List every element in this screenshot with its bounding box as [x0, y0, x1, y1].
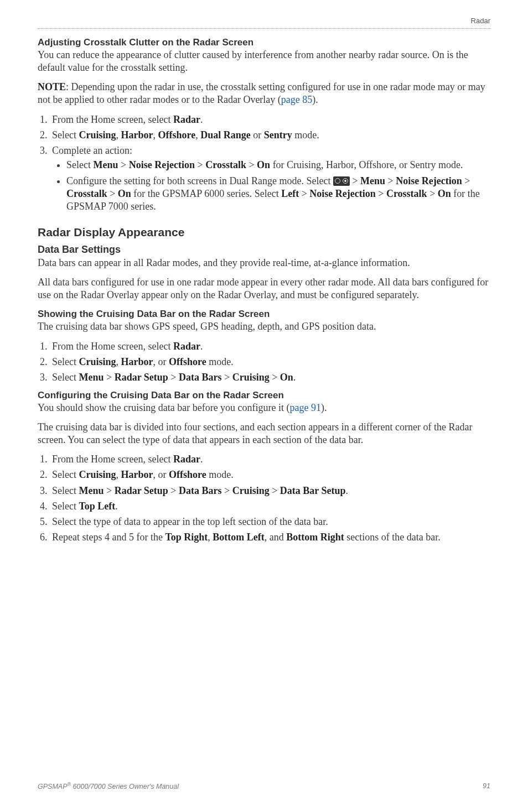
ui-crosstalk: Crosstalk: [66, 188, 107, 199]
txt: >: [350, 175, 360, 186]
txt: >: [168, 372, 179, 383]
txt: , and: [265, 532, 287, 543]
txt: >: [118, 159, 128, 170]
ui-data-bars: Data Bars: [179, 485, 222, 496]
txt: Select: [52, 129, 79, 140]
txt: Select: [52, 485, 79, 496]
para-databar-2: All data bars configured for use in one …: [38, 276, 490, 301]
ui-data-bar-setup: Data Bar Setup: [280, 485, 346, 496]
ui-menu: Menu: [360, 175, 385, 186]
para-crosstalk-intro: You can reduce the appearance of clutter…: [38, 49, 490, 74]
txt: ,: [116, 469, 121, 480]
page: Radar Adjusting Crosstalk Clutter on the…: [0, 0, 528, 812]
header-section-label: Radar: [471, 17, 490, 25]
link-page85[interactable]: page 85: [281, 94, 312, 105]
ui-left: Left: [281, 188, 299, 199]
step: Repeat steps 4 and 5 for the Top Right, …: [50, 531, 490, 544]
substep: Configure the setting for both screens i…: [66, 175, 490, 213]
ui-noise-rejection: Noise Rejection: [129, 159, 195, 170]
ui-radar: Radar: [173, 454, 200, 465]
substeps: Select Menu > Noise Rejection > Crosstal…: [52, 159, 490, 213]
txt: Repeat steps 4 and 5 for the: [52, 532, 165, 543]
txt: ).: [321, 402, 327, 413]
txt: Select: [52, 372, 79, 383]
txt: >: [107, 188, 118, 199]
txt: From the Home screen, select: [52, 341, 173, 352]
ui-cruising: Cruising: [232, 485, 270, 496]
ui-on: On: [438, 188, 451, 199]
txt: GPSMAP: [38, 783, 68, 790]
note-body: : Depending upon the radar in use, the c…: [38, 81, 485, 105]
heading-radar-display-appearance: Radar Display Appearance: [38, 225, 490, 240]
step: Select Menu > Radar Setup > Data Bars > …: [50, 485, 490, 497]
txt: >: [376, 188, 386, 199]
txt: >: [385, 175, 396, 186]
txt: Select: [52, 501, 79, 512]
ui-on: On: [257, 159, 270, 170]
txt: ,: [153, 129, 158, 140]
step: From the Home screen, select Radar.: [50, 340, 490, 353]
step: Complete an action: Select Menu > Noise …: [50, 144, 490, 213]
ui-radar: Radar: [173, 341, 200, 352]
txt: >: [222, 485, 232, 496]
txt: ,: [116, 129, 121, 140]
step: Select the type of data to appear in the…: [50, 516, 490, 528]
txt: .: [346, 485, 349, 496]
ui-harbor: Harbor: [121, 129, 153, 140]
step: From the Home screen, select Radar.: [50, 453, 490, 466]
txt: >: [427, 188, 438, 199]
txt: Select: [66, 159, 93, 170]
steps-show-cruising: From the Home screen, select Radar. Sele…: [38, 340, 490, 384]
ui-radar-setup: Radar Setup: [115, 372, 168, 383]
header-section: Radar: [38, 17, 490, 29]
txt: , or: [153, 469, 169, 480]
txt: From the Home screen, select: [52, 114, 173, 125]
txt: >: [168, 485, 179, 496]
ui-noise-rejection: Noise Rejection: [309, 188, 375, 199]
txt: You should show the cruising data bar be…: [38, 402, 290, 413]
txt: sections of the data bar.: [344, 532, 441, 543]
step: Select Cruising, Harbor, Offshore, Dual …: [50, 129, 490, 142]
txt: mode.: [206, 356, 234, 367]
ui-menu: Menu: [93, 159, 118, 170]
link-page91[interactable]: page 91: [290, 402, 321, 413]
ui-noise-rejection: Noise Rejection: [396, 175, 462, 186]
txt: for Cruising, Harbor, Offshore, or Sentr…: [270, 159, 463, 170]
txt: >: [299, 188, 309, 199]
txt: for the GPSMAP 6000 series. Select: [131, 188, 281, 199]
footer: GPSMAP® 6000/7000 Series Owner's Manual …: [38, 782, 490, 791]
txt: ,: [208, 532, 213, 543]
txt: >: [270, 372, 280, 383]
txt: Configure the setting for both screens i…: [66, 175, 333, 186]
heading-config-cruising-bar: Configuring the Cruising Data Bar on the…: [38, 389, 490, 402]
txt: mode.: [292, 129, 319, 140]
txt: >: [246, 159, 257, 170]
ui-cruising: Cruising: [232, 372, 270, 383]
ui-bottom-right: Bottom Right: [286, 532, 344, 543]
page-number: 91: [483, 782, 490, 791]
txt: .: [200, 341, 203, 352]
txt: ,: [116, 356, 121, 367]
ui-menu: Menu: [79, 372, 103, 383]
note-crosstalk: NOTE: Depending upon the radar in use, t…: [38, 81, 490, 106]
para-config-pre: You should show the cruising data bar be…: [38, 402, 490, 414]
dual-range-screens-icon: [333, 176, 350, 186]
ui-harbor: Harbor: [121, 356, 153, 367]
note-close: ).: [312, 94, 318, 105]
ui-menu: Menu: [79, 485, 103, 496]
txt: >: [103, 485, 114, 496]
txt: Complete an action:: [52, 145, 132, 156]
txt: .: [200, 454, 203, 465]
txt: .: [115, 501, 118, 512]
txt: Select: [52, 356, 79, 367]
ui-crosstalk: Crosstalk: [386, 188, 427, 199]
step: Select Top Left.: [50, 500, 490, 513]
ui-radar-setup: Radar Setup: [115, 485, 168, 496]
heading-show-cruising-bar: Showing the Cruising Data Bar on the Rad…: [38, 308, 490, 320]
txt: >: [195, 159, 205, 170]
ui-sentry: Sentry: [264, 129, 292, 140]
steps-config-cruising: From the Home screen, select Radar. Sele…: [38, 453, 490, 543]
ui-radar: Radar: [173, 114, 200, 125]
txt: >: [103, 372, 114, 383]
ui-offshore: Offshore: [169, 469, 206, 480]
